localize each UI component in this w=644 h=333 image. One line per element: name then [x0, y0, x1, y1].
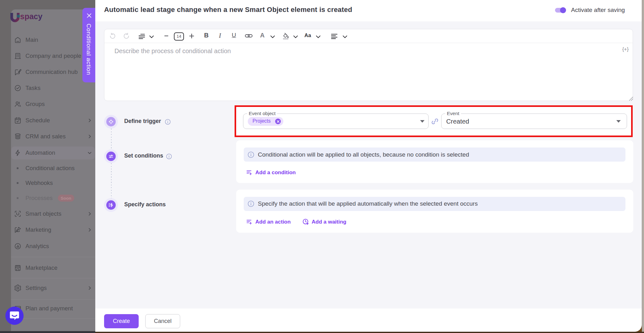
svg-text:spacy: spacy: [20, 12, 42, 21]
